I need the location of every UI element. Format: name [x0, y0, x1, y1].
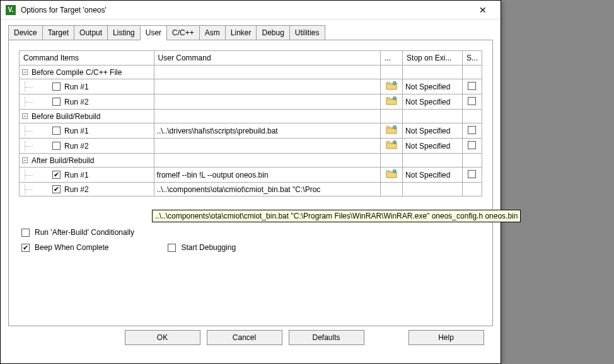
svg-point-3 [393, 141, 397, 144]
run-label: Run #2 [64, 185, 89, 194]
s-checkbox[interactable] [468, 126, 476, 134]
group-label: After Build/Rebuild [32, 156, 94, 165]
svg-point-1 [393, 97, 397, 100]
cancel-button[interactable]: Cancel [207, 330, 282, 345]
run-label: Run #1 [64, 127, 89, 135]
tab-debug[interactable]: Debug [256, 25, 289, 40]
stop-on-exit-cell[interactable]: Not Specified [403, 94, 463, 110]
titlebar: V. Options for Target 'oneos' ✕ [1, 1, 501, 20]
run-after-build-checkbox[interactable] [21, 229, 30, 237]
run-checkbox[interactable] [52, 185, 61, 193]
col-header-command-items: Command Items [20, 51, 154, 65]
tab-linker[interactable]: Linker [225, 25, 257, 40]
tree-collapse-icon[interactable]: − [22, 69, 28, 75]
dialog-window: V. Options for Target 'oneos' ✕ DeviceTa… [0, 0, 501, 364]
tree-collapse-icon[interactable]: − [22, 157, 28, 163]
tab-strip: DeviceTargetOutputListingUserC/C++AsmLin… [8, 25, 493, 40]
browse-folder-icon[interactable] [386, 140, 397, 150]
user-command-cell[interactable] [154, 94, 381, 110]
run-checkbox[interactable] [52, 171, 61, 179]
help-button[interactable]: Help [408, 330, 484, 345]
user-command-cell[interactable] [154, 139, 381, 154]
ok-button[interactable]: OK [125, 330, 200, 345]
app-icon: V. [6, 5, 16, 15]
tab-user[interactable]: User [140, 25, 166, 40]
svg-point-4 [393, 170, 397, 173]
tab-panel-user: Command Items User Command ... Stop on E… [8, 40, 493, 326]
run-checkbox[interactable] [52, 142, 61, 150]
start-debug-label: Start Debugging [181, 243, 236, 252]
stop-on-exit-cell[interactable] [403, 183, 463, 196]
tab-device[interactable]: Device [8, 25, 42, 40]
browse-folder-icon[interactable] [386, 125, 397, 135]
stop-on-exit-cell[interactable]: Not Specified [403, 139, 463, 154]
tab-output[interactable]: Output [74, 25, 107, 40]
run-after-build-label: Run 'After-Build' Conditionally [35, 228, 134, 237]
tab-asm[interactable]: Asm [199, 25, 225, 40]
s-checkbox[interactable] [468, 82, 476, 90]
tab-cc[interactable]: C/C++ [166, 25, 199, 40]
run-checkbox[interactable] [52, 82, 61, 91]
tab-utilities[interactable]: Utilities [289, 25, 325, 40]
beep-checkbox[interactable] [21, 244, 30, 252]
s-checkbox[interactable] [468, 97, 476, 105]
window-title: Options for Target 'oneos' [21, 6, 470, 14]
run-label: Run #2 [64, 142, 89, 151]
defaults-button[interactable]: Defaults [289, 330, 364, 345]
stop-on-exit-cell[interactable]: Not Specified [403, 123, 463, 139]
tab-target[interactable]: Target [42, 25, 74, 40]
button-bar: OK Cancel Defaults Help [8, 330, 493, 345]
col-header-s: S... [462, 51, 482, 65]
commands-grid: Command Items User Command ... Stop on E… [19, 50, 482, 196]
start-debug-checkbox[interactable] [168, 244, 176, 252]
tab-listing[interactable]: Listing [107, 25, 140, 40]
col-header-stop: Stop on Exi... [403, 51, 463, 65]
run-checkbox[interactable] [52, 98, 61, 106]
col-header-user-command: User Command [154, 51, 381, 65]
beep-label: Beep When Complete [35, 243, 108, 252]
s-checkbox[interactable] [468, 141, 476, 149]
group-label: Before Build/Rebuild [32, 112, 100, 121]
stop-on-exit-cell[interactable]: Not Specified [403, 79, 463, 94]
close-button[interactable]: ✕ [470, 1, 495, 19]
user-command-cell[interactable] [154, 79, 381, 94]
col-header-dots: ... [381, 51, 403, 65]
svg-point-0 [393, 82, 397, 85]
s-checkbox[interactable] [468, 170, 476, 178]
run-label: Run #1 [64, 171, 89, 179]
tooltip: ..\..\components\ota\cmiot\cmiot_bin.bat… [152, 210, 521, 222]
browse-folder-icon[interactable] [386, 96, 397, 106]
group-label: Before Compile C/C++ File [32, 68, 122, 77]
svg-point-2 [393, 126, 397, 129]
browse-folder-icon[interactable] [386, 169, 397, 179]
user-command-cell[interactable]: ..\..\components\ota\cmiot\cmiot_bin.bat… [154, 183, 381, 196]
tree-collapse-icon[interactable]: − [22, 113, 28, 119]
run-label: Run #1 [64, 82, 89, 91]
browse-folder-icon[interactable] [386, 81, 397, 91]
user-command-cell[interactable]: ..\..\drivers\hal\st\scripts\prebuild.ba… [154, 123, 381, 139]
run-label: Run #2 [64, 98, 89, 106]
user-command-cell[interactable]: fromelf --bin !L --output oneos.bin [154, 168, 381, 183]
run-checkbox[interactable] [52, 127, 61, 135]
stop-on-exit-cell[interactable]: Not Specified [403, 168, 463, 183]
